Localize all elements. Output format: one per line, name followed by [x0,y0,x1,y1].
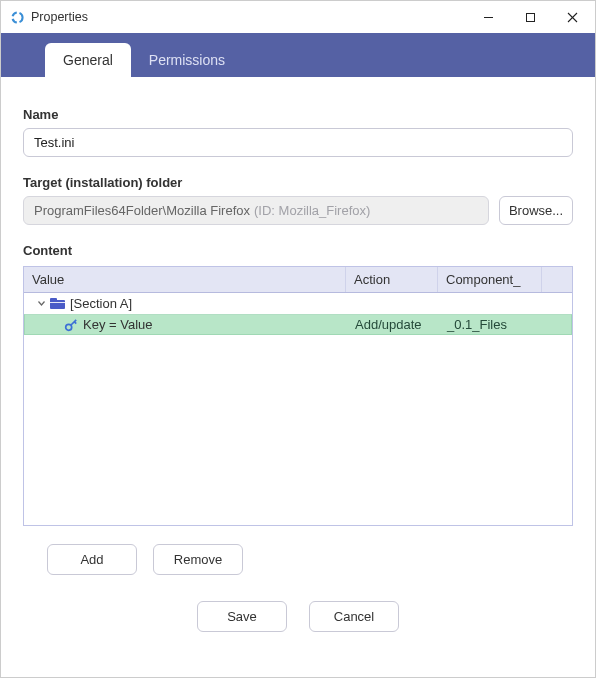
target-folder-display: ProgramFiles64Folder\Mozilla Firefox (ID… [23,196,489,225]
content-label: Content [23,243,573,258]
button-label: Browse... [509,203,563,218]
save-button[interactable]: Save [197,601,287,632]
remove-button[interactable]: Remove [153,544,243,575]
svg-point-0 [12,12,22,22]
add-button[interactable]: Add [47,544,137,575]
section-label: [Section A] [70,296,132,311]
column-header-value[interactable]: Value [24,267,346,292]
tab-label: Permissions [149,52,225,68]
name-label: Name [23,107,573,122]
svg-rect-7 [50,302,65,303]
chevron-down-icon[interactable] [34,299,48,308]
button-label: Cancel [334,609,374,624]
tab-strip: General Permissions [1,33,595,77]
content-area: Name Target (installation) folder Progra… [1,77,595,646]
maximize-button[interactable] [509,2,551,32]
button-label: Add [80,552,103,567]
minimize-button[interactable] [467,2,509,32]
tree-section-row[interactable]: [Section A] [24,293,572,314]
name-input[interactable] [23,128,573,157]
cancel-button[interactable]: Cancel [309,601,399,632]
row-component: _0.1_Files [447,317,507,332]
browse-button[interactable]: Browse... [499,196,573,225]
row-action: Add/update [355,317,422,332]
close-button[interactable] [551,2,593,32]
svg-rect-6 [50,298,57,302]
tab-label: General [63,52,113,68]
column-header-component[interactable]: Component_ [438,267,542,292]
target-label: Target (installation) folder [23,175,573,190]
content-grid: Value Action Component_ [Section A] [23,266,573,526]
svg-line-10 [74,322,76,324]
button-label: Remove [174,552,222,567]
grid-body[interactable]: [Section A] Key = Value Add/update _0 [24,293,572,525]
button-label: Save [227,609,257,624]
folder-icon [50,297,66,310]
svg-rect-2 [526,13,534,21]
window-title: Properties [31,10,88,24]
column-header-action[interactable]: Action [346,267,438,292]
target-path: ProgramFiles64Folder\Mozilla Firefox [34,203,250,218]
app-icon [9,9,25,25]
title-bar: Properties [1,1,595,33]
tab-permissions[interactable]: Permissions [131,43,243,77]
tab-general[interactable]: General [45,43,131,77]
target-id-hint: (ID: Mozilla_Firefox) [254,203,370,218]
key-icon [63,317,79,333]
tree-key-row[interactable]: Key = Value Add/update _0.1_Files [24,314,572,335]
key-value-text: Key = Value [83,317,153,332]
grid-header: Value Action Component_ [24,267,572,293]
